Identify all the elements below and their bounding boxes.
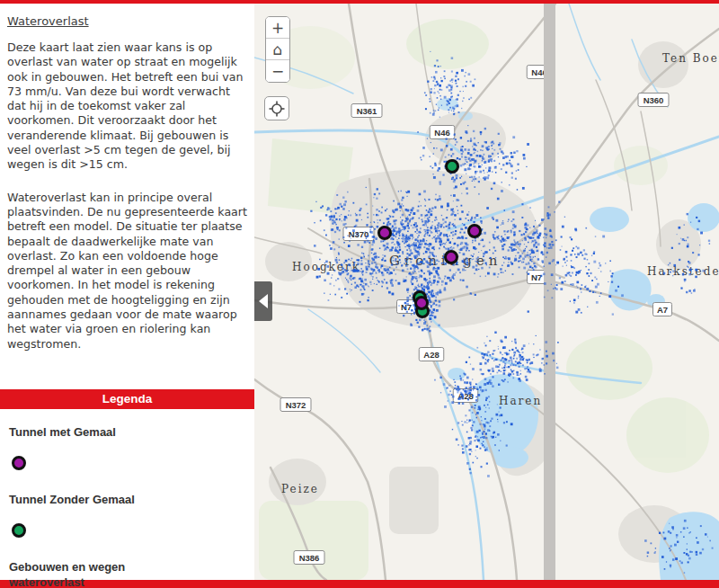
- tunnel-zonder-gemaal-dot-icon: [12, 523, 26, 538]
- tunnel-met-gemaal-dot-icon: [12, 456, 26, 470]
- panel-title-link[interactable]: Wateroverlast: [7, 14, 89, 28]
- legend-item-label-tunnel-zonder-gemaal: Tunnel Zonder Gemaal: [9, 493, 153, 508]
- map-marker-tunnel-met-gemaal[interactable]: [444, 250, 458, 264]
- zoom-in-button[interactable]: +: [266, 17, 289, 39]
- legend-group-label: Gebouwen en wegen wateroverlast: [9, 560, 162, 588]
- map-marker-tunnel-met-gemaal[interactable]: [467, 224, 482, 238]
- locate-crosshair-icon: [269, 101, 285, 117]
- locate-button[interactable]: [264, 96, 289, 120]
- description-paragraph-1: Deze kaart laat zien waar kans is op ove…: [7, 40, 247, 173]
- map-zoom-controls: + ⌂ −: [265, 16, 290, 83]
- flood-speckle-layer: [254, 4, 719, 580]
- app-root: Wateroverlast Deze kaart laat zien waar …: [0, 0, 719, 588]
- zoom-out-button[interactable]: −: [266, 60, 289, 82]
- panel-collapse-button[interactable]: [254, 281, 272, 321]
- info-panel: Wateroverlast Deze kaart laat zien waar …: [0, 4, 254, 580]
- legend-item-label-tunnel-met-gemaal: Tunnel met Gemaal: [9, 425, 153, 441]
- map-marker-tunnel-zonder-gemaal[interactable]: [445, 159, 459, 174]
- map-marker-tunnel-met-gemaal[interactable]: [414, 296, 429, 310]
- chevron-left-icon: [259, 294, 268, 308]
- description-paragraph-2: Wateroverlast kan in principe overal pla…: [7, 191, 247, 352]
- legend: Legenda Tunnel met Gemaal Tunnel Zonder …: [0, 389, 254, 588]
- map-marker-tunnel-met-gemaal[interactable]: [377, 226, 392, 240]
- legend-header: Legenda: [0, 389, 254, 409]
- home-button[interactable]: ⌂: [266, 39, 289, 60]
- map-canvas[interactable]: N361N46N46N360N370N7N7A7A28A28N372N386Te…: [254, 4, 719, 580]
